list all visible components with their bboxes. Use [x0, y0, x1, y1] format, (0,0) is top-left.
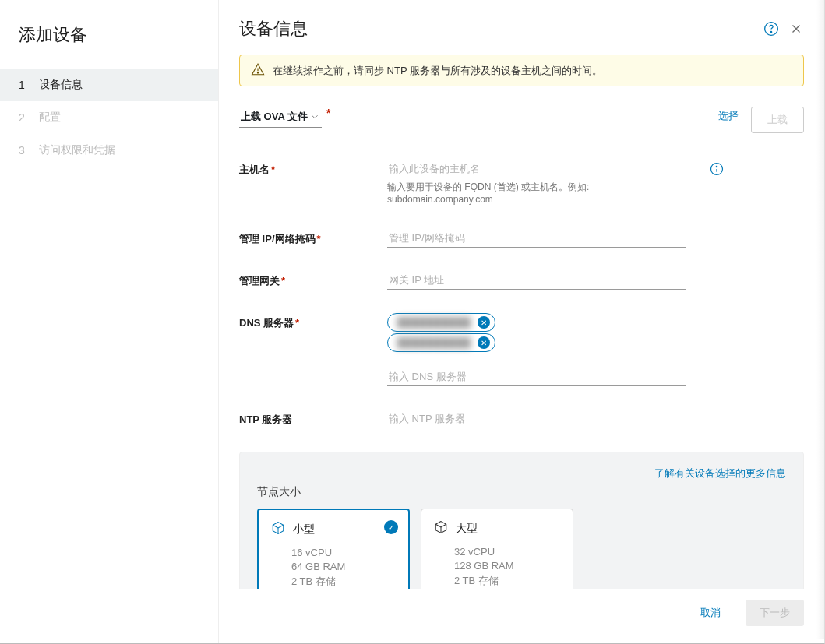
remove-chip-icon[interactable]: ✕: [478, 336, 490, 349]
cube-icon: [434, 520, 448, 537]
step-device-info[interactable]: 1 设备信息: [0, 69, 218, 101]
close-icon[interactable]: [788, 21, 804, 37]
gateway-label: 管理网关*: [239, 271, 375, 290]
remove-chip-icon[interactable]: ✕: [478, 316, 490, 329]
dns-label: DNS 服务器*: [239, 313, 375, 386]
hostname-helper: 输入要用于设备的 FQDN (首选) 或主机名。例如: subdomain.co…: [387, 181, 686, 206]
sync-time-alert: 在继续操作之前，请同步 NTP 服务器与所有涉及的设备主机之间的时间。: [239, 55, 804, 86]
hostname-label: 主机名*: [239, 160, 375, 206]
node-size-learn-more-link[interactable]: 了解有关设备选择的更多信息: [654, 467, 786, 479]
node-size-small-card[interactable]: 小型 ✓ 16 vCPU 64 GB RAM 2 TB 存储: [257, 509, 410, 589]
warning-icon: [251, 62, 265, 79]
dns-input[interactable]: [387, 368, 686, 386]
cube-icon: [271, 521, 285, 537]
node-size-large-card[interactable]: 大型 32 vCPU 128 GB RAM 2 TB 存储: [421, 509, 573, 589]
cancel-button[interactable]: 取消: [686, 600, 735, 626]
ntp-input[interactable]: [387, 410, 686, 428]
mgmtip-label: 管理 IP/网络掩码*: [239, 229, 375, 248]
step-credentials: 3 访问权限和凭据: [0, 134, 218, 167]
hostname-input[interactable]: [387, 160, 686, 178]
ova-method-dropdown[interactable]: 上载 OVA 文件: [239, 107, 322, 128]
step-config: 2 配置: [0, 101, 218, 134]
svg-point-1: [770, 32, 771, 33]
check-icon: ✓: [384, 520, 398, 534]
mgmtip-input[interactable]: [387, 229, 686, 248]
gateway-input[interactable]: [387, 271, 686, 290]
step-label: 配置: [39, 111, 61, 125]
next-button: 下一步: [746, 600, 804, 626]
page-title: 设备信息: [239, 17, 763, 40]
upload-button: 上载: [751, 107, 804, 133]
node-size-label: 节点大小: [257, 485, 786, 499]
chevron-down-icon: [309, 111, 320, 122]
ntp-label: NTP 服务器: [239, 410, 375, 428]
wizard-sidebar: 添加设备 1 设备信息 2 配置 3 访问权限和凭据: [0, 0, 218, 643]
dns-chip: ██████████ ✕: [387, 333, 495, 352]
info-icon[interactable]: [710, 162, 724, 206]
svg-point-2: [257, 72, 258, 73]
select-file-link[interactable]: 选择: [718, 109, 739, 125]
wizard-title: 添加设备: [0, 16, 218, 69]
help-icon[interactable]: [763, 21, 779, 37]
step-label: 访问权限和凭据: [39, 143, 115, 157]
dns-chip: ██████████ ✕: [387, 313, 495, 332]
ova-path-input[interactable]: [343, 107, 707, 125]
step-label: 设备信息: [39, 78, 83, 92]
svg-point-4: [716, 166, 717, 167]
